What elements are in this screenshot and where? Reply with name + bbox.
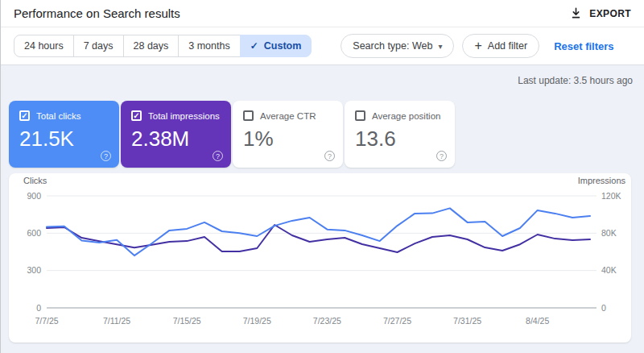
metric-value: 2.38M (131, 127, 221, 152)
help-icon[interactable]: ? (213, 151, 223, 161)
svg-text:600: 600 (27, 228, 41, 238)
search-type-label: Search type: Web (353, 40, 432, 52)
metric-card-average-ctr[interactable]: ✓ Average CTR 1% ? (233, 101, 343, 168)
metric-label: Average CTR (260, 111, 316, 121)
metric-card-total-clicks[interactable]: ✓ Total clicks 21.5K ? (9, 101, 119, 168)
line-chart-canvas: 0030040K60080K900120KClicksImpressions7/… (9, 173, 631, 343)
metric-label: Total clicks (36, 111, 81, 121)
help-icon[interactable]: ? (101, 151, 111, 161)
svg-text:7/15/25: 7/15/25 (173, 316, 201, 326)
svg-text:7/19/25: 7/19/25 (243, 316, 271, 326)
checkmark-icon: ✓ (133, 112, 139, 120)
plus-icon: + (474, 39, 481, 52)
svg-text:8/4/25: 8/4/25 (526, 316, 549, 326)
range-custom[interactable]: ✓ Custom (240, 35, 312, 57)
export-button[interactable]: EXPORT (570, 7, 631, 19)
svg-text:120K: 120K (601, 191, 621, 201)
download-icon (570, 7, 582, 19)
title-bar: Performance on Search results EXPORT (1, 0, 644, 27)
range-28-days[interactable]: 28 days (123, 35, 180, 57)
svg-text:0: 0 (36, 303, 41, 313)
checkbox-average-position[interactable]: ✓ (355, 110, 365, 121)
svg-text:7/23/25: 7/23/25 (313, 316, 341, 326)
add-filter-button[interactable]: + Add filter (462, 34, 539, 58)
performance-chart: 0030040K60080K900120KClicksImpressions7/… (9, 173, 631, 343)
chevron-down-icon: ▾ (438, 42, 442, 51)
svg-text:0: 0 (601, 303, 606, 313)
metric-card-average-position[interactable]: ✓ Average position 13.6 ? (345, 101, 455, 168)
last-update-text: Last update: 3.5 hours ago (518, 75, 633, 86)
range-3-months[interactable]: 3 months (178, 35, 240, 57)
reset-filters-link[interactable]: Reset filters (554, 40, 613, 52)
checkbox-total-clicks[interactable]: ✓ (19, 110, 30, 121)
page-title: Performance on Search results (14, 6, 180, 20)
export-label: EXPORT (589, 8, 631, 19)
range-7-days[interactable]: 7 days (73, 35, 124, 57)
svg-text:7/7/25: 7/7/25 (35, 316, 58, 326)
metric-value: 21.5K (19, 127, 109, 152)
add-filter-label: Add filter (488, 40, 527, 52)
svg-text:40K: 40K (601, 265, 617, 275)
metric-value: 1% (243, 127, 332, 152)
page-header: Performance on Search results EXPORT 24 … (1, 0, 644, 65)
checkmark-icon: ✓ (21, 112, 27, 120)
date-range-group: 24 hours 7 days 28 days 3 months ✓ Custo… (14, 35, 312, 57)
filter-bar: 24 hours 7 days 28 days 3 months ✓ Custo… (1, 27, 644, 64)
metric-label: Average position (372, 111, 440, 121)
checkbox-total-impressions[interactable]: ✓ (131, 110, 142, 121)
metric-label: Total impressions (148, 111, 220, 121)
svg-text:7/27/25: 7/27/25 (383, 316, 411, 326)
svg-text:80K: 80K (601, 228, 617, 238)
svg-text:900: 900 (27, 191, 41, 201)
svg-text:7/31/25: 7/31/25 (453, 316, 481, 326)
svg-text:7/11/25: 7/11/25 (103, 316, 130, 326)
range-24-hours[interactable]: 24 hours (14, 35, 74, 57)
svg-text:300: 300 (27, 265, 41, 275)
metric-value: 13.6 (355, 127, 444, 152)
help-icon[interactable]: ? (436, 151, 447, 161)
checkmark-icon: ✓ (250, 40, 258, 52)
svg-text:Impressions: Impressions (578, 176, 626, 185)
checkbox-average-ctr[interactable]: ✓ (243, 110, 254, 121)
metric-card-total-impressions[interactable]: ✓ Total impressions 2.38M ? (121, 101, 231, 168)
svg-text:Clicks: Clicks (23, 176, 47, 185)
metric-cards-row: ✓ Total clicks 21.5K ? ✓ Total impressio… (9, 101, 455, 168)
help-icon[interactable]: ? (324, 151, 335, 161)
range-custom-label: Custom (264, 40, 302, 52)
search-type-dropdown[interactable]: Search type: Web ▾ (341, 34, 454, 58)
